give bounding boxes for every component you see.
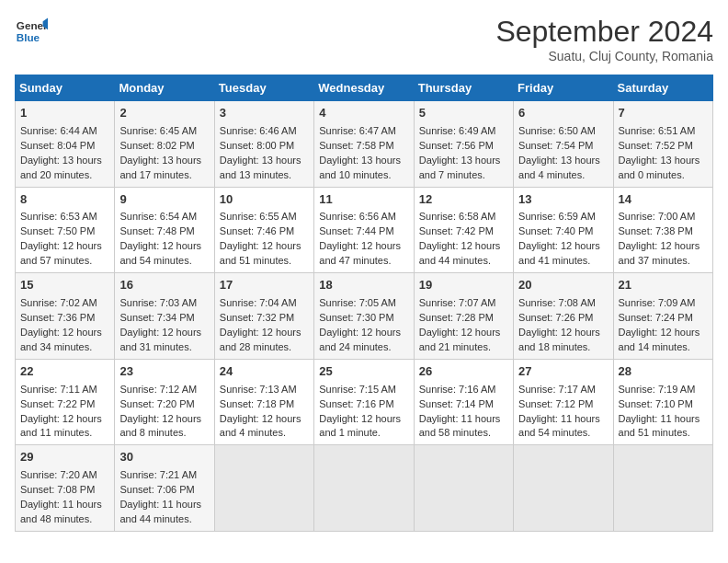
cell-line: Sunset: 7:50 PM bbox=[20, 224, 109, 239]
cell-line: and 51 minutes. bbox=[619, 426, 708, 441]
cell-line: Sunset: 7:40 PM bbox=[518, 224, 608, 239]
cell-line: Daylight: 11 hours bbox=[619, 412, 708, 427]
cell-line: Daylight: 13 hours bbox=[319, 154, 408, 168]
cell-line: Sunrise: 7:08 AM bbox=[518, 296, 608, 311]
day-number: 24 bbox=[220, 363, 309, 381]
day-number: 10 bbox=[220, 191, 309, 209]
week-row-4: 22Sunrise: 7:11 AMSunset: 7:22 PMDayligh… bbox=[16, 359, 713, 445]
calendar-cell bbox=[414, 445, 513, 532]
calendar-cell: 21Sunrise: 7:09 AMSunset: 7:24 PMDayligh… bbox=[613, 273, 712, 360]
cell-line: Sunrise: 7:02 AM bbox=[20, 296, 109, 311]
cell-line: Sunrise: 6:47 AM bbox=[319, 124, 408, 139]
cell-line: and 7 minutes. bbox=[419, 168, 508, 183]
calendar-cell: 15Sunrise: 7:02 AMSunset: 7:36 PMDayligh… bbox=[16, 273, 115, 360]
week-row-1: 1Sunrise: 6:44 AMSunset: 8:04 PMDaylight… bbox=[16, 101, 713, 188]
calendar-cell: 29Sunrise: 7:20 AMSunset: 7:08 PMDayligh… bbox=[16, 445, 115, 532]
day-number: 19 bbox=[419, 277, 508, 294]
day-number: 6 bbox=[518, 105, 608, 122]
cell-line: Sunrise: 6:50 AM bbox=[518, 124, 608, 139]
calendar-cell: 4Sunrise: 6:47 AMSunset: 7:58 PMDaylight… bbox=[314, 101, 414, 188]
title-block: September 2024 Suatu, Cluj County, Roman… bbox=[495, 15, 713, 63]
cell-line: Daylight: 12 hours bbox=[220, 326, 309, 340]
cell-line: Sunset: 7:36 PM bbox=[20, 311, 109, 326]
cell-line: and 28 minutes. bbox=[220, 340, 309, 355]
calendar-cell: 25Sunrise: 7:15 AMSunset: 7:16 PMDayligh… bbox=[314, 359, 414, 445]
day-number: 26 bbox=[419, 363, 508, 381]
calendar-cell bbox=[314, 445, 414, 532]
cell-line: Sunrise: 7:05 AM bbox=[319, 296, 408, 311]
cell-line: Sunset: 7:56 PM bbox=[419, 139, 508, 154]
day-number: 13 bbox=[518, 191, 608, 209]
header-cell-tuesday: Tuesday bbox=[214, 75, 313, 101]
cell-line: Daylight: 11 hours bbox=[20, 498, 109, 512]
cell-line: and 31 minutes. bbox=[119, 340, 209, 355]
calendar-cell: 6Sunrise: 6:50 AMSunset: 7:54 PMDaylight… bbox=[514, 101, 613, 188]
calendar-cell: 12Sunrise: 6:58 AMSunset: 7:42 PMDayligh… bbox=[414, 187, 513, 273]
cell-line: Daylight: 13 hours bbox=[119, 154, 209, 168]
cell-line: Daylight: 12 hours bbox=[619, 326, 708, 340]
cell-line: and 14 minutes. bbox=[619, 340, 708, 355]
calendar-cell: 3Sunrise: 6:46 AMSunset: 8:00 PMDaylight… bbox=[214, 101, 313, 188]
week-row-5: 29Sunrise: 7:20 AMSunset: 7:08 PMDayligh… bbox=[16, 445, 713, 532]
calendar-cell bbox=[214, 445, 313, 532]
calendar-cell: 10Sunrise: 6:55 AMSunset: 7:46 PMDayligh… bbox=[214, 187, 313, 273]
calendar-cell bbox=[613, 445, 712, 532]
cell-line: and 13 minutes. bbox=[220, 168, 309, 183]
header-cell-saturday: Saturday bbox=[613, 75, 712, 101]
cell-line: Sunset: 8:00 PM bbox=[220, 139, 309, 154]
cell-line: Daylight: 11 hours bbox=[119, 498, 209, 512]
cell-line: and 54 minutes. bbox=[119, 254, 209, 269]
cell-line: and 17 minutes. bbox=[119, 168, 209, 183]
calendar-cell: 11Sunrise: 6:56 AMSunset: 7:44 PMDayligh… bbox=[314, 187, 414, 273]
cell-line: Sunrise: 7:16 AM bbox=[419, 383, 508, 397]
cell-line: Sunrise: 7:21 AM bbox=[119, 468, 209, 483]
cell-line: Sunset: 7:28 PM bbox=[419, 311, 508, 326]
cell-line: Sunset: 7:16 PM bbox=[319, 397, 408, 412]
cell-line: Daylight: 13 hours bbox=[419, 154, 508, 168]
cell-line: Sunrise: 6:46 AM bbox=[220, 124, 309, 139]
calendar-cell: 23Sunrise: 7:12 AMSunset: 7:20 PMDayligh… bbox=[115, 359, 214, 445]
cell-line: Sunset: 7:38 PM bbox=[619, 224, 708, 239]
cell-line: Sunrise: 7:20 AM bbox=[20, 468, 109, 483]
cell-line: Sunset: 7:42 PM bbox=[419, 224, 508, 239]
cell-line: and 0 minutes. bbox=[619, 168, 708, 183]
cell-line: Sunrise: 6:58 AM bbox=[419, 210, 508, 224]
cell-line: Sunset: 7:44 PM bbox=[319, 224, 408, 239]
calendar-cell: 14Sunrise: 7:00 AMSunset: 7:38 PMDayligh… bbox=[613, 187, 712, 273]
cell-line: Daylight: 13 hours bbox=[619, 154, 708, 168]
day-number: 1 bbox=[20, 105, 109, 122]
day-number: 11 bbox=[319, 191, 408, 209]
calendar-header: SundayMondayTuesdayWednesdayThursdayFrid… bbox=[16, 75, 713, 101]
cell-line: Sunrise: 7:15 AM bbox=[319, 383, 408, 397]
cell-line: and 41 minutes. bbox=[518, 254, 608, 269]
calendar-cell: 13Sunrise: 6:59 AMSunset: 7:40 PMDayligh… bbox=[514, 187, 613, 273]
cell-line: Sunset: 7:52 PM bbox=[619, 139, 708, 154]
header-cell-monday: Monday bbox=[115, 75, 214, 101]
day-number: 30 bbox=[119, 449, 209, 466]
cell-line: and 47 minutes. bbox=[319, 254, 408, 269]
day-number: 14 bbox=[619, 191, 708, 209]
day-number: 17 bbox=[220, 277, 309, 294]
day-number: 12 bbox=[419, 191, 508, 209]
cell-line: Daylight: 12 hours bbox=[119, 412, 209, 427]
day-number: 5 bbox=[419, 105, 508, 122]
cell-line: Daylight: 12 hours bbox=[619, 239, 708, 254]
cell-line: and 4 minutes. bbox=[220, 426, 309, 441]
cell-line: Sunset: 7:46 PM bbox=[220, 224, 309, 239]
cell-line: and 18 minutes. bbox=[518, 340, 608, 355]
calendar-cell: 1Sunrise: 6:44 AMSunset: 8:04 PMDaylight… bbox=[16, 101, 115, 188]
cell-line: Sunrise: 6:56 AM bbox=[319, 210, 408, 224]
cell-line: Sunset: 8:04 PM bbox=[20, 139, 109, 154]
cell-line: Sunset: 7:34 PM bbox=[119, 311, 209, 326]
cell-line: Sunset: 7:30 PM bbox=[319, 311, 408, 326]
cell-line: Daylight: 12 hours bbox=[419, 326, 508, 340]
cell-line: Sunset: 7:08 PM bbox=[20, 483, 109, 498]
logo: General Blue bbox=[15, 15, 48, 48]
day-number: 29 bbox=[20, 449, 109, 466]
day-number: 18 bbox=[319, 277, 408, 294]
cell-line: Sunrise: 7:07 AM bbox=[419, 296, 508, 311]
cell-line: and 54 minutes. bbox=[518, 426, 608, 441]
cell-line: and 44 minutes. bbox=[119, 512, 209, 527]
cell-line: and 58 minutes. bbox=[419, 426, 508, 441]
cell-line: and 34 minutes. bbox=[20, 340, 109, 355]
